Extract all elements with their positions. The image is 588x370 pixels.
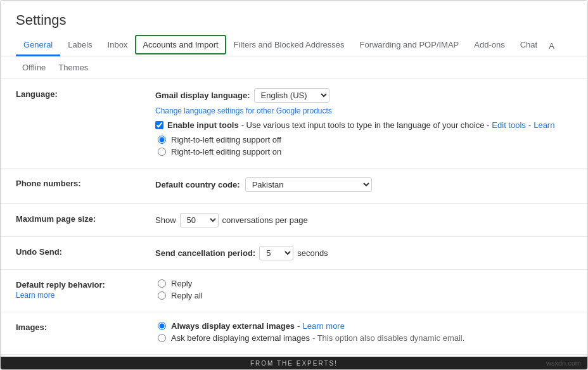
rtl-on-item: Right-to-left editing support on — [158, 147, 572, 156]
undo-send-label: Undo Send: — [16, 246, 155, 257]
phone-numbers-row: Phone numbers: Default country code: Pak… — [1, 169, 587, 204]
images-label: Images: — [16, 321, 155, 332]
language-label: Language: — [16, 88, 155, 99]
watermark-bar: FROM THE EXPERTS! — [1, 357, 587, 369]
default-reply-label: Default reply behavior: Learn more — [16, 279, 155, 300]
enable-tools-line: Enable input tools - Use various text in… — [155, 120, 572, 130]
rtl-on-radio[interactable] — [158, 148, 166, 156]
tab-accounts-import[interactable]: Accounts and Import — [135, 35, 226, 54]
page-size-line: Show 50 conversations per page — [155, 213, 572, 227]
images-radio-group: Always display external images - Learn m… — [158, 321, 572, 343]
ask-before-desc: - This option also disables dynamic emai… — [312, 333, 464, 343]
rtl-on-label: Right-to-left editing support on — [171, 147, 281, 156]
max-page-size-row: Maximum page size: Show 50 conversations… — [1, 204, 587, 237]
reply-radio[interactable] — [158, 279, 166, 288]
site-label: wsxdn.com — [546, 359, 581, 367]
tab-inbox[interactable]: Inbox — [100, 35, 136, 56]
language-row: Language: Gmail display language: Englis… — [1, 79, 587, 169]
rtl-radio-group: Right-to-left editing support off Right-… — [158, 135, 572, 156]
images-row: Images: Always display external images -… — [1, 312, 587, 355]
enable-input-tools-label: Enable input tools — [167, 120, 239, 130]
always-dash: - — [297, 321, 300, 331]
country-code-label: Default country code: — [155, 180, 240, 189]
ask-before-radio[interactable] — [158, 334, 166, 342]
undo-send-content: Send cancellation period: 5 seconds — [155, 246, 572, 260]
learn-link[interactable]: Learn — [534, 120, 554, 130]
language-select[interactable]: English (US) — [254, 88, 329, 103]
tab-chat[interactable]: Chat — [513, 35, 545, 56]
page-size-select[interactable]: 50 — [180, 213, 219, 227]
edit-tools-link[interactable]: Edit tools — [492, 120, 525, 130]
always-display-label: Always display external images — [171, 321, 295, 331]
secondary-tabs: Offline Themes — [1, 56, 587, 79]
ask-before-item: Ask before displaying external images - … — [158, 333, 572, 343]
undo-send-row: Undo Send: Send cancellation period: 5 s… — [1, 237, 587, 270]
enable-input-tools-checkbox[interactable] — [155, 121, 163, 129]
dash-separator: - — [528, 120, 531, 130]
reply-item: Reply — [158, 279, 572, 288]
country-select[interactable]: Pakistan — [245, 177, 372, 192]
images-content: Always display external images - Learn m… — [155, 321, 572, 345]
display-language-label: Gmail display language: — [155, 91, 250, 100]
tab-offline[interactable]: Offline — [16, 60, 52, 75]
show-label: Show — [155, 215, 176, 225]
reply-radio-group: Reply Reply all — [158, 279, 572, 300]
max-page-size-content: Show 50 conversations per page — [155, 213, 572, 227]
tab-general[interactable]: General — [16, 35, 60, 56]
reply-all-item: Reply all — [158, 291, 572, 300]
tab-labels[interactable]: Labels — [60, 35, 99, 56]
period-label: Send cancellation period: — [155, 248, 255, 258]
per-page-label: conversations per page — [222, 215, 308, 225]
default-reply-row: Default reply behavior: Learn more Reply… — [1, 270, 587, 312]
images-learn-more-link[interactable]: Learn more — [302, 321, 344, 331]
settings-body: Language: Gmail display language: Englis… — [1, 79, 587, 355]
page-title: Settings — [1, 1, 587, 35]
watermark-text: FROM THE EXPERTS! — [250, 360, 338, 367]
rtl-off-radio[interactable] — [158, 136, 166, 144]
primary-tabs: General Labels Inbox Accounts and Import… — [1, 35, 587, 56]
tab-addons[interactable]: Add-ons — [466, 35, 512, 56]
max-page-size-label: Maximum page size: — [16, 213, 155, 224]
tab-themes[interactable]: Themes — [52, 60, 94, 75]
phone-numbers-label: Phone numbers: — [16, 177, 155, 188]
tab-filters[interactable]: Filters and Blocked Addresses — [226, 35, 352, 56]
change-lang-link[interactable]: Change language settings for other Googl… — [155, 106, 572, 115]
ask-before-label: Ask before displaying external images — [171, 333, 310, 343]
always-display-line: Always display external images - Learn m… — [158, 321, 572, 331]
rtl-off-item: Right-to-left editing support off — [158, 135, 572, 144]
reply-all-radio[interactable] — [158, 291, 166, 300]
undo-send-line: Send cancellation period: 5 seconds — [155, 246, 572, 260]
cancellation-period-select[interactable]: 5 — [259, 246, 293, 260]
settings-window: Settings General Labels Inbox Accounts a… — [0, 0, 588, 370]
enable-tools-desc: - Use various text input tools to type i… — [241, 120, 490, 130]
reply-label: Reply — [171, 279, 192, 288]
reply-all-label: Reply all — [171, 291, 203, 300]
phone-numbers-content: Default country code: Pakistan — [155, 177, 572, 195]
language-content: Gmail display language: English (US) Cha… — [155, 88, 572, 159]
country-code-line: Default country code: Pakistan — [155, 177, 572, 192]
tab-overflow: A — [545, 36, 558, 56]
reply-learn-more-link[interactable]: Learn more — [16, 291, 155, 300]
rtl-off-label: Right-to-left editing support off — [171, 135, 281, 144]
tab-forwarding[interactable]: Forwarding and POP/IMAP — [352, 35, 466, 56]
seconds-label: seconds — [297, 248, 328, 258]
display-language-line: Gmail display language: English (US) — [155, 88, 572, 103]
always-display-radio[interactable] — [158, 322, 166, 330]
default-reply-content: Reply Reply all — [155, 279, 572, 303]
